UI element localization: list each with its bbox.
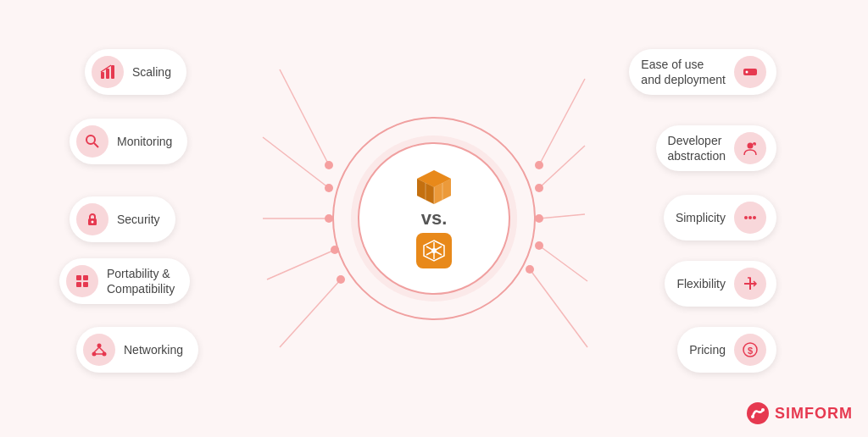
chart-icon	[92, 56, 124, 88]
svg-text:$: $	[748, 346, 753, 356]
svg-point-38	[86, 136, 95, 144]
pill-networking: Networking	[76, 327, 198, 373]
simplicity-label: Simplicity	[676, 211, 726, 224]
svg-rect-43	[83, 275, 88, 280]
developer-abstraction-label: Developerabstraction	[668, 133, 726, 163]
pill-developer-abstraction: + Developerabstraction	[656, 125, 776, 171]
pill-ease-of-use: Ease of useand deployment	[629, 49, 776, 95]
svg-line-49	[94, 347, 99, 352]
pill-flexibility: Flexibility	[665, 261, 776, 307]
svg-point-17	[535, 214, 543, 223]
pill-simplicity: Simplicity	[664, 195, 776, 241]
svg-line-50	[99, 347, 104, 352]
dots-icon	[734, 202, 766, 234]
svg-line-6	[539, 146, 585, 188]
svg-line-1	[263, 137, 329, 188]
svg-point-16	[535, 184, 543, 192]
pill-pricing: $ Pricing	[677, 327, 776, 373]
svg-line-39	[94, 143, 98, 147]
svg-point-41	[92, 221, 94, 224]
svg-point-67	[761, 408, 765, 412]
svg-line-9	[530, 269, 587, 347]
svg-text:+: +	[754, 143, 755, 147]
ease-of-use-label: Ease of useand deployment	[641, 57, 726, 87]
svg-point-66	[751, 415, 754, 418]
svg-line-5	[539, 79, 585, 165]
arrows-icon	[734, 268, 766, 300]
simform-logo	[746, 401, 770, 425]
svg-point-15	[535, 161, 543, 169]
pill-portability: Portability &Compatibility	[59, 258, 190, 304]
dollar-icon: $	[734, 334, 766, 366]
lock-icon	[76, 203, 108, 235]
pill-scaling: Scaling	[85, 49, 186, 95]
svg-rect-35	[101, 72, 104, 79]
svg-rect-44	[76, 282, 81, 287]
vs-label: vs.	[421, 207, 448, 230]
scaling-label: Scaling	[132, 65, 171, 79]
svg-point-10	[325, 161, 333, 169]
k8s-logo	[416, 233, 452, 268]
svg-point-55	[748, 143, 754, 149]
svg-line-0	[280, 69, 329, 165]
svg-rect-37	[111, 65, 114, 79]
simform-brand: SIMFORM	[746, 401, 853, 425]
svg-point-11	[325, 184, 333, 192]
networking-label: Networking	[124, 343, 183, 357]
svg-point-58	[744, 216, 748, 219]
svg-point-18	[535, 241, 543, 250]
grid-icon	[66, 265, 98, 297]
svg-rect-42	[76, 275, 81, 280]
svg-line-7	[539, 214, 585, 218]
simform-label: SIMFORM	[775, 405, 853, 423]
svg-point-65	[747, 402, 769, 424]
tag-icon	[734, 56, 766, 88]
svg-line-4	[280, 279, 341, 347]
network-icon	[83, 334, 115, 366]
svg-point-59	[748, 216, 752, 219]
diagram-container: vs. Scaling Monitoring	[0, 0, 868, 437]
pill-monitoring: Monitoring	[70, 119, 187, 164]
k8s-logo-svg	[422, 239, 446, 263]
svg-point-19	[526, 265, 534, 274]
pricing-label: Pricing	[689, 343, 726, 357]
portability-label: Portability &Compatibility	[107, 266, 175, 296]
svg-point-60	[753, 216, 756, 219]
svg-rect-36	[106, 69, 109, 79]
center-circle: vs.	[358, 142, 510, 295]
person-icon: +	[734, 132, 766, 164]
pill-security: Security	[70, 196, 175, 242]
security-label: Security	[117, 213, 160, 226]
svg-rect-45	[83, 282, 88, 287]
svg-line-8	[539, 246, 587, 281]
aws-ecs-logo	[412, 169, 456, 204]
search-icon	[76, 125, 108, 158]
flexibility-label: Flexibility	[676, 277, 726, 290]
svg-point-54	[746, 71, 748, 74]
svg-point-14	[337, 275, 345, 284]
monitoring-label: Monitoring	[117, 135, 172, 148]
svg-point-46	[97, 344, 102, 348]
svg-line-3	[267, 250, 335, 279]
